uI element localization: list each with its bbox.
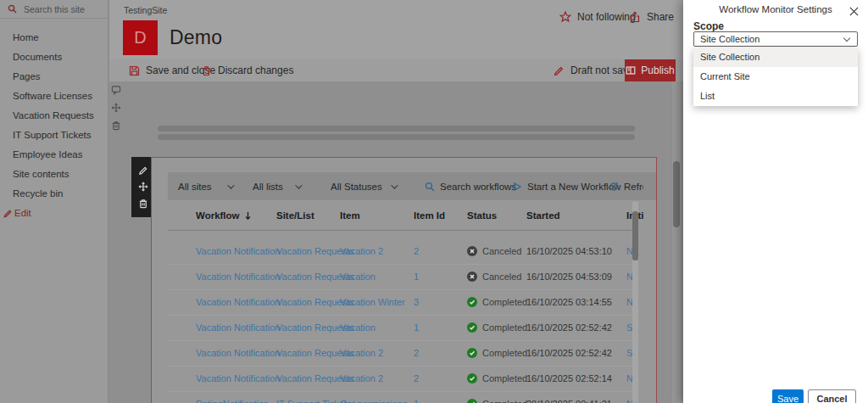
workflow-link[interactable]: Vacation Notification	[196, 373, 280, 383]
initiated-by-link[interactable]: Nikit	[626, 297, 632, 307]
publish-button[interactable]: Publish	[625, 59, 676, 81]
option-current-site[interactable]: Current Site	[693, 67, 858, 87]
table-row[interactable]: Vacation NotificationVacation RequestsVa…	[152, 238, 632, 264]
table-scrollbar-thumb[interactable]	[632, 211, 638, 260]
column-started[interactable]: Started	[526, 210, 560, 221]
header-divider	[168, 230, 632, 231]
item-link[interactable]: Vacation Winter	[340, 297, 405, 307]
all-sites-dropdown[interactable]: All sites	[178, 172, 212, 200]
sidebar-item-pages[interactable]: Pages	[0, 67, 108, 87]
page-scrollbar-thumb[interactable]	[673, 161, 680, 227]
workflow-filter-bar: All sites All lists All Statuses Search …	[168, 172, 657, 200]
workflow-link[interactable]: Vacation Notification	[196, 297, 280, 307]
option-site-collection[interactable]: Site Collection	[693, 48, 858, 67]
item-link[interactable]: Vacation	[340, 271, 376, 282]
comment-icon[interactable]	[111, 85, 121, 95]
sidebar-edit-link[interactable]: Edit	[0, 204, 108, 223]
table-scrollbar[interactable]	[632, 201, 638, 403]
edit-command-bar: Save and close Discard changes Draft not…	[109, 59, 683, 81]
column-site-list[interactable]: Site/List	[276, 210, 314, 221]
sidebar-item-it-support-tickets[interactable]: IT Support Tickets	[0, 126, 108, 145]
initiated-by-link[interactable]: Nikit	[626, 271, 632, 282]
item-link[interactable]: Vacation 2	[340, 373, 383, 383]
scope-dropdown-value: Site Collection	[700, 34, 760, 44]
column-status[interactable]: Status	[467, 210, 497, 221]
status-badge: Completed	[467, 373, 527, 383]
table-row[interactable]: Vacation NotificationVacation RequestsVa…	[152, 289, 632, 315]
sidebar-item-vacation-requests[interactable]: Vacation Requests	[0, 106, 108, 126]
sidebar-item-employee-ideas[interactable]: Employee Ideas	[0, 145, 108, 165]
item-link[interactable]: Vacation 2	[340, 246, 383, 256]
play-icon	[512, 182, 522, 192]
cancel-button[interactable]: Cancel	[808, 389, 856, 403]
search-workflows-button[interactable]: Search workflows	[425, 172, 516, 200]
option-list[interactable]: List	[693, 87, 858, 106]
delete-webpart-icon[interactable]	[138, 199, 148, 209]
close-icon	[849, 7, 859, 16]
site-search-input[interactable]: Search this site	[0, 0, 108, 19]
column-item[interactable]: Item	[340, 210, 360, 221]
workflow-link[interactable]: Vacation Notification	[196, 322, 280, 333]
workflow-monitor-webpart[interactable]: All sites All lists All Statuses Search …	[151, 157, 657, 403]
sidebar-nav: Home Documents Pages Software Licenses V…	[0, 28, 108, 223]
status-label: Canceled	[482, 271, 521, 282]
discard-changes-button[interactable]: Discard changes	[201, 59, 293, 81]
save-button[interactable]: Save	[772, 389, 804, 403]
move-icon[interactable]	[111, 103, 121, 113]
edit-webpart-icon[interactable]	[138, 165, 148, 176]
scope-dropdown[interactable]: Site Collection	[693, 31, 858, 47]
share-label: Share	[647, 11, 674, 23]
refresh-button[interactable]: Refre	[609, 172, 643, 200]
workflow-link[interactable]: Vacation Notification	[196, 271, 280, 282]
initiated-by-link[interactable]: Nikit	[626, 246, 632, 256]
not-following-button[interactable]: Not following	[559, 11, 636, 23]
column-workflow[interactable]: Workflow	[196, 210, 252, 221]
sidebar-item-home[interactable]: Home	[0, 28, 108, 48]
item-link[interactable]: Get permissions	[340, 399, 407, 403]
sidebar-item-recycle-bin[interactable]: Recycle bin	[0, 184, 108, 204]
workflow-link[interactable]: RatingNotification	[196, 399, 269, 403]
sidebar-item-documents[interactable]: Documents	[0, 48, 108, 67]
panel-title: Workflow Monitor Settings	[683, 4, 868, 14]
item-id-link[interactable]: 1	[414, 399, 419, 403]
start-new-workflow-button[interactable]: Start a New Workflow	[512, 172, 620, 200]
site-logo[interactable]: D	[123, 20, 158, 55]
initiated-by-link[interactable]: Nikit	[626, 399, 632, 403]
chevron-down-icon	[295, 182, 302, 188]
initiated-by-link[interactable]: Syst	[626, 348, 632, 358]
table-row[interactable]: Vacation NotificationVacation RequestsVa…	[152, 315, 632, 340]
page-scrollbar[interactable]	[672, 81, 681, 403]
all-lists-dropdown[interactable]: All lists	[253, 172, 283, 200]
not-following-label: Not following	[577, 11, 636, 23]
item-id-link[interactable]: 2	[414, 373, 419, 383]
workflow-link[interactable]: Vacation Notification	[196, 348, 280, 358]
sidebar-item-site-contents[interactable]: Site contents	[0, 165, 108, 184]
close-panel-button[interactable]	[849, 4, 861, 16]
item-link[interactable]: Vacation 2	[340, 348, 383, 358]
item-id-link[interactable]: 1	[414, 271, 419, 282]
move-webpart-icon[interactable]	[138, 182, 148, 192]
item-id-link[interactable]: 1	[414, 322, 419, 333]
breadcrumb[interactable]: TestingSite	[124, 5, 167, 15]
site-header: TestingSite D Demo Not following Share	[109, 0, 683, 59]
item-id-link[interactable]: 2	[414, 246, 419, 256]
item-id-link[interactable]: 2	[414, 348, 419, 358]
item-id-link[interactable]: 3	[414, 297, 419, 307]
table-row[interactable]: RatingNotificationIT Support TicketsGet …	[152, 391, 632, 403]
workflow-link[interactable]: Vacation Notification	[196, 246, 280, 256]
item-link[interactable]: Vacation	[340, 322, 376, 333]
workflow-monitor-settings-panel: Workflow Monitor Settings Scope Site Col…	[683, 0, 868, 403]
table-row[interactable]: Vacation NotificationVacation RequestsVa…	[152, 340, 632, 366]
sidebar-item-software-licenses[interactable]: Software Licenses	[0, 87, 108, 106]
status-badge: Completed	[467, 399, 527, 403]
table-row[interactable]: Vacation NotificationVacation RequestsVa…	[152, 264, 632, 289]
initiated-by-link[interactable]: Syst	[626, 322, 632, 333]
status-label: Completed	[482, 297, 527, 307]
initiated-by-link[interactable]: Nikit	[626, 373, 632, 383]
all-statuses-dropdown[interactable]: All Statuses	[331, 172, 382, 200]
column-item-id[interactable]: Item Id	[414, 210, 445, 221]
table-row[interactable]: Vacation NotificationVacation RequestsVa…	[152, 366, 632, 391]
star-icon	[559, 11, 571, 23]
share-button[interactable]: Share	[629, 11, 674, 23]
trash-icon[interactable]	[111, 120, 121, 131]
